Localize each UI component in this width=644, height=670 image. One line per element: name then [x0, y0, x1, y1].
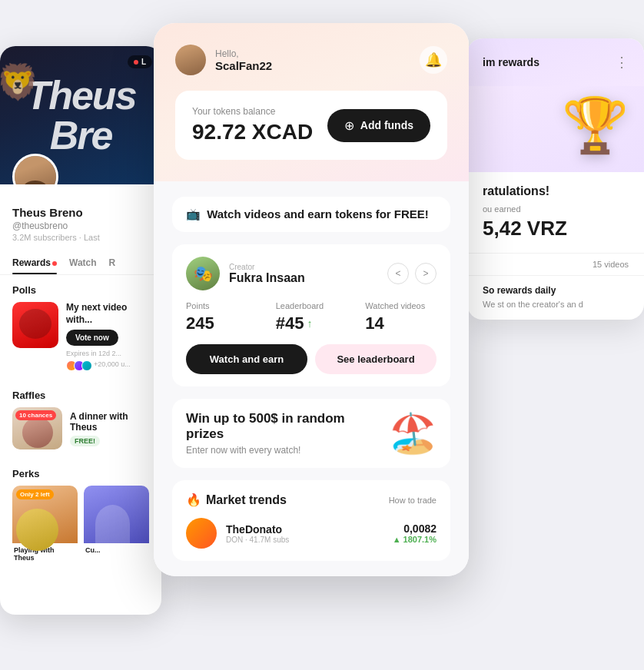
leaderboard-label: Leaderboard [276, 301, 347, 310]
poll-info: My next video with... Vote now Expires i… [66, 302, 149, 371]
rewards-dot [52, 261, 57, 266]
raffle-chances-badge: 10 chances [15, 410, 56, 420]
perks-grid: Only 2 left Playing with Theus Cu... [0, 486, 161, 562]
prize-sub: Enter now with every watch! [186, 445, 381, 456]
points-value: 245 [186, 313, 257, 333]
poll-avatars: +20,000 u... [66, 360, 149, 371]
raffles-title: Raffles [0, 380, 161, 407]
perk-person-1 [16, 509, 58, 551]
raffle-item: 10 chances A dinner with Theus FREE! [12, 407, 149, 449]
more-menu-icon[interactable]: ⋮ [615, 54, 629, 71]
perk-person-2 [95, 505, 130, 543]
reward-desc: We st on the creator's an d [483, 299, 629, 310]
creator-nav: < > [387, 263, 437, 284]
right-card: im rewards ⋮ 🏆 ratulations! ou earned 5,… [467, 38, 644, 320]
earn-text: Watch videos and earn tokens for FREE! [207, 207, 429, 221]
points-stat: Points 245 [186, 301, 257, 333]
creator-section: 🎭 Creator Fukra Insaan < > Points 245 [172, 244, 450, 386]
up-arrow-icon: ↑ [307, 317, 312, 330]
banner-text: TheusBre [25, 75, 135, 155]
creator-banner: 🦁 TheusBre L [0, 46, 161, 184]
reward-title: So rewards daily [483, 285, 629, 296]
creator-label: Creator [229, 263, 305, 271]
next-creator-button[interactable]: > [415, 263, 437, 284]
live-dot [134, 60, 138, 65]
polls-title: Polls [0, 275, 161, 302]
live-badge: L [128, 55, 152, 68]
leaderboard-stat: Leaderboard #45 ↑ [276, 301, 347, 333]
right-card-header: im rewards ⋮ [467, 38, 644, 86]
perk-item-1[interactable]: Only 2 left Playing with Theus [12, 486, 78, 562]
main-card: Hello, ScalFan22 🔔 Your tokens balance 9… [154, 23, 469, 576]
earn-emoji: 📺 [186, 207, 201, 221]
market-header: 🔥 Market trends How to trade [186, 493, 437, 507]
creator-mini-avatar: 🎭 [186, 257, 220, 290]
poll-thumbnail [12, 302, 58, 348]
poll-meta: Expires in 12d 2... [66, 350, 149, 357]
market-emoji: 🔥 [186, 493, 201, 507]
perk-item-2[interactable]: Cu... [84, 486, 149, 562]
trophy-section: 🏆 [467, 86, 644, 172]
congrats-text: ratulations! [483, 184, 629, 198]
earned-amount: 5,42 VRZ [483, 217, 629, 240]
user-info: Hello, ScalFan22 [175, 45, 272, 75]
bell-icon[interactable]: 🔔 [420, 46, 447, 74]
market-info: TheDonato DON · 41.7M subs [226, 523, 383, 544]
creator-info: Theus Breno @theusbreno 3.2M subscribers… [0, 184, 161, 251]
market-title: 🔥 Market trends [186, 493, 287, 507]
balance-label: Your tokens balance [192, 106, 313, 117]
prize-emoji: 🏖️ [389, 411, 437, 456]
raffle-title: A dinner with Theus [70, 411, 149, 433]
poll-votes: +20,000 u... [94, 360, 131, 371]
mini-avatar-3 [81, 360, 92, 371]
header-top: Hello, ScalFan22 🔔 [175, 45, 447, 75]
creator-handle: @theusbreno [12, 221, 149, 231]
user-name: ScalFan22 [215, 59, 272, 72]
earn-banner: 📺 Watch videos and earn tokens for FREE! [172, 197, 450, 232]
creator-avatar-image [15, 156, 56, 184]
perk-thumb-1: Only 2 left [12, 486, 78, 543]
watched-value: 14 [365, 313, 437, 333]
face-detail [19, 309, 51, 339]
see-leaderboard-button[interactable]: See leaderboard [315, 344, 437, 374]
creator-left: 🎭 Creator Fukra Insaan [186, 257, 305, 290]
left-creator-card: 🦁 TheusBre L Theus Breno @theusbreno 3.2… [0, 46, 161, 615]
points-label: Points [186, 301, 257, 310]
prize-title: Win up to 500$ in random prizes [186, 411, 381, 442]
tab-other[interactable]: R [109, 251, 116, 274]
user-text: Hello, ScalFan22 [215, 48, 272, 72]
perk-thumb-2 [84, 486, 149, 543]
market-title-text: Market trends [206, 493, 287, 507]
market-section: 🔥 Market trends How to trade TheDonato D… [172, 480, 450, 561]
poll-item: My next video with... Vote now Expires i… [12, 302, 149, 371]
price-value: 0,0082 [393, 522, 437, 535]
balance-amount: 92.72 XCAD [192, 120, 313, 144]
add-funds-button[interactable]: ⊕ Add funds [327, 109, 430, 142]
prev-creator-button[interactable]: < [387, 263, 409, 284]
creator-subs: 3.2M subscribers · Last [12, 233, 149, 242]
main-header: Hello, ScalFan22 🔔 Your tokens balance 9… [154, 23, 469, 181]
creator-header: 🎭 Creator Fukra Insaan < > [186, 257, 437, 290]
creator-tabs: Rewards Watch R [0, 251, 161, 275]
watch-earn-button[interactable]: Watch and earn [186, 344, 307, 374]
poll-expires: Expires in 12d 2... [66, 350, 121, 357]
right-title: im rewards [483, 56, 539, 68]
trophy-icon: 🏆 [562, 94, 629, 157]
tab-rewards[interactable]: Rewards [12, 251, 57, 274]
user-greeting: Hello, [215, 48, 272, 59]
vote-button[interactable]: Vote now [66, 330, 118, 346]
tab-watch[interactable]: Watch [69, 251, 97, 274]
leaderboard-value: #45 ↑ [276, 313, 347, 333]
how-to-trade-link[interactable]: How to trade [389, 496, 437, 505]
watched-stat: Watched videos 14 [365, 301, 437, 333]
videos-count: 15 videos [467, 253, 644, 275]
market-name: TheDonato [226, 523, 383, 536]
raffle-info: A dinner with Theus FREE! [70, 411, 149, 446]
add-funds-label: Add funds [360, 119, 413, 131]
creator-section-name: Fukra Insaan [229, 271, 305, 285]
creator-name: Theus Breno [12, 206, 149, 219]
stats-row: Points 245 Leaderboard #45 ↑ Watched vid… [186, 301, 437, 333]
only-badge: Only 2 left [16, 489, 54, 499]
balance-info: Your tokens balance 92.72 XCAD [192, 106, 313, 144]
raffle-thumbnail: 10 chances [12, 407, 62, 449]
